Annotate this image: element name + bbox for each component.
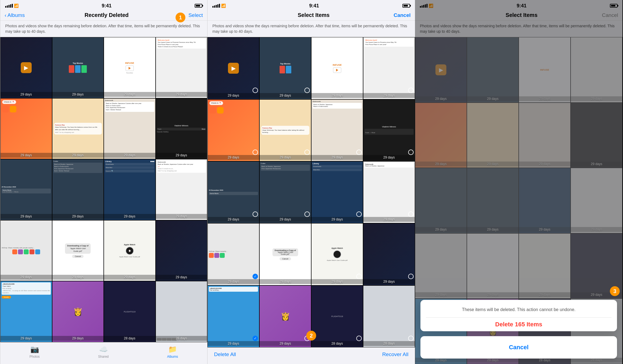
photo-cell[interactable]: Dubrovnik Back at Shodoc Japanese Back i… [311, 99, 363, 161]
days-label: 29 days [52, 92, 104, 97]
photo-cell[interactable]: Welcome back! You haven't been to Pizzer… [363, 37, 415, 99]
photo-cell[interactable]: Codes Back at Shodoc Japanese Back in Du… [52, 159, 104, 220]
photo-cell[interactable]: +86(421)512385 File sending... ✓ 29 days [207, 285, 259, 347]
photo-row-2: Check in📍 29 days Famous Ray [0, 98, 207, 159]
photo-cell[interactable]: Library Downloads Watchlist Search 🔍 [104, 159, 156, 220]
selection-circle [304, 88, 310, 93]
photo-cell[interactable]: Dubrovnik Back at Shodoc Japanese Cuisin… [156, 159, 207, 220]
days-label: 29 days [1, 92, 52, 97]
photo-cell[interactable]: INFUSE Favorites 29 days [104, 37, 156, 98]
photo-cell[interactable]: INFUSE 29 days [311, 37, 363, 99]
recover-all-button[interactable]: Recover All [382, 351, 408, 357]
signal-icon [5, 4, 13, 8]
photo-cell[interactable]: Welcome back! You haven't been to Pizzer… [156, 37, 207, 98]
photo-cell[interactable]: Dubrovnik Back at Shodoc Japanese Cuisin… [104, 98, 156, 159]
tab-photos-label: Photos [29, 355, 40, 359]
photo-grid-2: ▶ 29 days Top Movies 29 days INFUS [207, 37, 415, 347]
photos-icon: 📷 [30, 345, 39, 354]
photo-row-1: ▶ 29 days Top Movies 29 days INFUS [207, 37, 415, 99]
photo-row-3: 24 November 2015 Santa Maria Luis Almeid… [0, 159, 207, 220]
photo-cell[interactable]: Top Movies 29 days [52, 37, 104, 98]
battery-area [402, 4, 410, 8]
photo-grid-1: ▶ 29 days Top Movies 29 day [0, 37, 207, 342]
photo-cell[interactable]: Check in📍 29 days [0, 98, 52, 159]
battery-icon [402, 4, 410, 8]
photo-cell[interactable]: 29 days [156, 220, 207, 281]
selection-circle [304, 274, 310, 279]
alert-cancel-button[interactable]: Cancel [420, 341, 617, 354]
days-label: 29 days [1, 336, 52, 341]
tab-photos[interactable]: 📷 Photos [29, 345, 40, 359]
days-label: 29 days [156, 92, 207, 97]
photo-cell[interactable]: AirDrop: Share instantly with people nea… [0, 220, 52, 281]
tab-albums[interactable]: 📁 Albums [167, 345, 178, 359]
selection-circle: ✓ [253, 274, 258, 279]
panel-1: 📶 9:41 ‹ Albums Recently Deleted Select … [0, 0, 207, 364]
back-button-1[interactable]: ‹ Albums [5, 12, 25, 18]
photo-cell[interactable]: Apple Watch ⌚ Apple Watch User Guide.pdf… [104, 220, 156, 281]
selection-circle [356, 150, 362, 155]
photo-cell[interactable]: FLIGHTS19 28 days [104, 281, 156, 342]
shared-icon: ☁️ [99, 345, 108, 354]
tab-albums-label: Albums [167, 355, 178, 359]
photo-cell[interactable]: Dubrovnik Back at Shodoc Japanese 29 day… [363, 161, 415, 223]
photo-cell[interactable]: 24 November 2015 Santa Maria 29 days [207, 161, 259, 223]
photo-cell[interactable]: Check in 📍 29 days [207, 99, 259, 161]
wifi-icon: 📶 [221, 4, 226, 8]
selection-circle [408, 336, 414, 341]
photo-cell[interactable]: Vladimir Mitrovic Track Mute Vojvode Ste… [156, 98, 207, 159]
photo-cell[interactable]: Vladimir Mitrovic Track — Mute 29 days [363, 99, 415, 161]
step-badge-1: 1 [176, 13, 185, 22]
photo-cell[interactable]: Codes Back at Shodoc Japanese First Japa… [259, 161, 311, 223]
selection-circle [304, 150, 310, 155]
days-label: 29 days [52, 275, 104, 280]
photo-cell[interactable]: 👸 29 days [259, 285, 311, 347]
photo-cell[interactable]: 24 November 2015 Santa Maria Luis Almeid… [0, 159, 52, 220]
photo-cell[interactable]: FLIGHTS19 28 days [311, 285, 363, 347]
photo-cell[interactable]: 28 days [156, 281, 207, 342]
step-badge-3: 3 [610, 286, 620, 296]
photo-cell[interactable]: 29 days [363, 223, 415, 285]
photo-cell[interactable]: Famous Ray Hope Schmoop: You have the ba… [52, 98, 104, 159]
bottom-tab-bar-1: 📷 Photos ☁️ Shared 📁 Albums [0, 342, 207, 364]
photo-cell[interactable]: Apple Watch Apple Watch User Guide.pdf 2… [311, 223, 363, 285]
selection-circle [408, 274, 414, 279]
photo-row-5: +86(421)512385 Theo Valch File sending +… [0, 281, 207, 342]
photo-cell[interactable]: Downloading a Copy of "Apple Watch User … [52, 220, 104, 281]
page-title-2: Select Items [298, 12, 330, 18]
photo-cell[interactable]: +86(421)512385 Theo Valch File sending +… [0, 281, 52, 342]
signal-area: 📶 [212, 4, 226, 8]
albums-icon: 📁 [168, 345, 177, 354]
photo-cell[interactable]: ▶ 29 days [0, 37, 52, 98]
photo-cell[interactable]: ▶ 29 days [207, 37, 259, 99]
tab-shared[interactable]: ☁️ Shared [98, 345, 109, 359]
photo-row-4: AirDrop: Share instantly with people nea… [0, 220, 207, 281]
photo-cell[interactable]: 👸 29 days [52, 281, 104, 342]
delete-items-button[interactable]: Delete 165 Items [426, 317, 612, 331]
delete-all-button[interactable]: Delete All [214, 351, 236, 357]
battery-area [195, 4, 202, 8]
selection-circle: ✓ [253, 336, 258, 341]
selection-circle [356, 274, 362, 279]
info-banner-1: Photos and videos show the days remainin… [0, 21, 207, 37]
signal-icon [212, 4, 220, 8]
action-bar-2: Delete All Recover All [207, 347, 415, 364]
photo-cell[interactable]: 28 days [363, 285, 415, 347]
selection-circle [356, 88, 362, 93]
photo-cell[interactable]: Famous Ray Hope Schmoop: You have balanc… [259, 99, 311, 161]
days-label: 28 days [156, 336, 207, 341]
days-label: 29 days [1, 214, 52, 219]
photo-cell[interactable]: Library Downloads Watchlist 29 days [311, 161, 363, 223]
cancel-button-2[interactable]: Cancel [394, 12, 411, 18]
back-label-1[interactable]: Albums [7, 12, 25, 18]
photo-cell[interactable]: AirDrop: Share instantly... ✓ 29 days [207, 223, 259, 285]
select-button[interactable]: Select [188, 12, 203, 18]
days-label: 29 days [104, 92, 155, 97]
photo-cell[interactable]: Top Movies 29 days [259, 37, 311, 99]
days-label: 29 days [52, 153, 104, 158]
selection-circle [408, 150, 414, 155]
days-label: 29 days [104, 275, 155, 280]
photo-cell[interactable]: Downloading a Copy of "Apple Watch User … [259, 223, 311, 285]
page-title-1: Recently Deleted [85, 12, 129, 18]
days-label: 29 days [1, 275, 52, 280]
